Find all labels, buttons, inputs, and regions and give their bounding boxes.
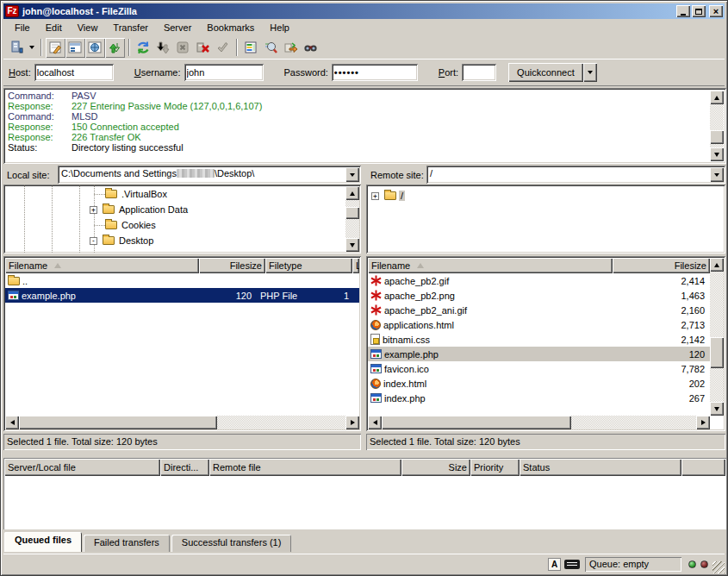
- column-header-filename[interactable]: Filename: [368, 258, 613, 273]
- file-row[interactable]: applications.html2,713: [368, 317, 710, 332]
- file-row[interactable]: index.html202: [368, 376, 710, 391]
- menu-edit[interactable]: Edit: [38, 20, 70, 35]
- tab-failed-transfers[interactable]: Failed transfers: [84, 535, 170, 552]
- find-files-button[interactable]: [301, 38, 320, 58]
- column-header-server-local-file[interactable]: Server/Local file: [4, 459, 160, 476]
- local-site-combo[interactable]: C:\Documents and Settings\Desktop\: [58, 166, 361, 184]
- remote-list-scrollbar[interactable]: [710, 258, 724, 416]
- site-manager-dropdown-button[interactable]: [27, 38, 37, 58]
- quickconnect-dropdown-button[interactable]: [583, 63, 597, 82]
- menu-file[interactable]: File: [7, 20, 38, 35]
- file-row[interactable]: bitnami.css2,142: [368, 332, 710, 347]
- collapse-icon[interactable]: -: [90, 237, 97, 245]
- expand-icon[interactable]: +: [90, 206, 97, 214]
- toggle-message-log-button[interactable]: [46, 38, 65, 58]
- column-header-filesize[interactable]: Filesize: [613, 258, 710, 273]
- port-input[interactable]: [462, 64, 496, 81]
- menu-server[interactable]: Server: [156, 20, 199, 35]
- tree-item-desktop[interactable]: - Desktop: [90, 233, 155, 248]
- column-header-status[interactable]: Status: [520, 459, 681, 476]
- file-row-selected[interactable]: example.php120: [368, 347, 710, 361]
- reconnect-button[interactable]: [213, 38, 233, 58]
- log-entry-text: MLSD: [72, 111, 709, 122]
- column-header-filename[interactable]: Filename: [5, 258, 199, 273]
- menu-transfer[interactable]: Transfer: [105, 20, 156, 35]
- tab-successful-transfers[interactable]: Successful transfers (1): [171, 535, 292, 552]
- expand-icon[interactable]: +: [371, 192, 379, 200]
- scroll-up-button[interactable]: [345, 186, 359, 200]
- local-directory-tree[interactable]: .VirtualBox + Application Data Cookies -…: [3, 185, 361, 254]
- toggle-remote-tree-button[interactable]: [85, 38, 105, 58]
- tree-item-virtualbox[interactable]: .VirtualBox: [90, 186, 169, 202]
- log-scrollbar[interactable]: [710, 91, 724, 161]
- scroll-left-button[interactable]: [5, 416, 19, 429]
- datatype-indicator-icon[interactable]: A: [548, 558, 561, 571]
- toggle-local-tree-button[interactable]: [65, 38, 85, 58]
- remote-list-hscrollbar[interactable]: [368, 416, 710, 429]
- menu-help[interactable]: Help: [262, 20, 297, 35]
- password-input[interactable]: [332, 64, 418, 81]
- scroll-down-button[interactable]: [345, 238, 359, 252]
- open-site-manager-button[interactable]: [7, 38, 27, 58]
- file-row[interactable]: apache_pb2.gif2,414: [368, 273, 710, 288]
- remote-site-combo[interactable]: /: [426, 166, 725, 184]
- file-row-parent-dir[interactable]: ..: [5, 273, 359, 288]
- column-header-remote-file[interactable]: Remote file: [209, 459, 401, 476]
- column-header-filesize[interactable]: Filesize: [199, 258, 265, 273]
- file-row[interactable]: apache_pb2_ani.gif2,160: [368, 303, 710, 317]
- column-header-priority[interactable]: Priority: [470, 459, 520, 476]
- process-queue-button[interactable]: [153, 38, 173, 58]
- remote-site-dropdown[interactable]: [710, 167, 724, 182]
- sort-ascending-icon: [417, 263, 424, 268]
- speed-limit-indicator-icon[interactable]: [564, 560, 580, 569]
- local-site-dropdown[interactable]: [345, 167, 359, 182]
- scrollbar-thumb[interactable]: [710, 337, 724, 368]
- queue-body[interactable]: [4, 476, 725, 529]
- scrollbar-thumb[interactable]: [19, 416, 217, 429]
- file-row[interactable]: favicon.ico7,782: [368, 361, 710, 376]
- close-button[interactable]: ×: [709, 5, 723, 17]
- synchronized-browsing-button[interactable]: [281, 38, 301, 58]
- column-header-last-modified[interactable]: L: [352, 258, 359, 273]
- column-header-direction[interactable]: Directi...: [160, 459, 209, 476]
- scroll-up-button[interactable]: [710, 258, 724, 272]
- tab-queued-files[interactable]: Queued files: [4, 532, 82, 552]
- tree-item-application-data[interactable]: + Application Data: [90, 202, 190, 217]
- username-input[interactable]: [184, 64, 264, 81]
- scrollbar-thumb[interactable]: [710, 130, 724, 144]
- scroll-right-button[interactable]: [696, 416, 710, 429]
- column-header-size[interactable]: Size: [401, 459, 470, 476]
- resize-grip[interactable]: [712, 561, 725, 573]
- tree-item-root[interactable]: + /: [371, 188, 405, 203]
- file-row[interactable]: index.php267: [368, 391, 710, 405]
- scroll-down-button[interactable]: [710, 147, 724, 161]
- disconnect-button[interactable]: [193, 38, 213, 58]
- tree-item-cookies[interactable]: Cookies: [90, 217, 158, 233]
- menu-view[interactable]: View: [70, 20, 106, 35]
- scroll-up-button[interactable]: [710, 91, 724, 104]
- host-input[interactable]: [34, 64, 114, 81]
- scroll-right-button[interactable]: [345, 416, 359, 429]
- local-list-hscrollbar[interactable]: [5, 416, 359, 429]
- message-log[interactable]: Command:PASV Response:227 Entering Passi…: [3, 88, 726, 164]
- local-tree-scrollbar[interactable]: [345, 186, 359, 252]
- cancel-operation-button[interactable]: [173, 38, 193, 58]
- refresh-button[interactable]: [134, 38, 153, 58]
- directory-filters-button[interactable]: [241, 38, 261, 58]
- toggle-transfer-queue-button[interactable]: [105, 38, 125, 58]
- maximize-button[interactable]: [692, 5, 706, 17]
- scrollbar-thumb[interactable]: [382, 416, 571, 429]
- quickconnect-button[interactable]: Quickconnect: [508, 63, 583, 82]
- local-file-list: Filename Filesize Filetype L .. example.…: [3, 256, 361, 431]
- remote-directory-tree[interactable]: + /: [366, 185, 725, 254]
- minimize-button[interactable]: [676, 5, 690, 17]
- scroll-down-button[interactable]: [710, 402, 724, 416]
- title-bar[interactable]: Fz john@localhost - FileZilla ×: [3, 3, 725, 19]
- column-header-filetype[interactable]: Filetype: [265, 258, 352, 273]
- file-row[interactable]: apache_pb2.png1,463: [368, 288, 710, 303]
- menu-bookmarks[interactable]: Bookmarks: [199, 20, 262, 35]
- scrollbar-thumb[interactable]: [345, 207, 359, 219]
- file-row-example-php[interactable]: example.php 120 PHP File 1: [5, 288, 359, 303]
- directory-comparison-button[interactable]: [261, 38, 281, 58]
- scroll-left-button[interactable]: [368, 416, 382, 429]
